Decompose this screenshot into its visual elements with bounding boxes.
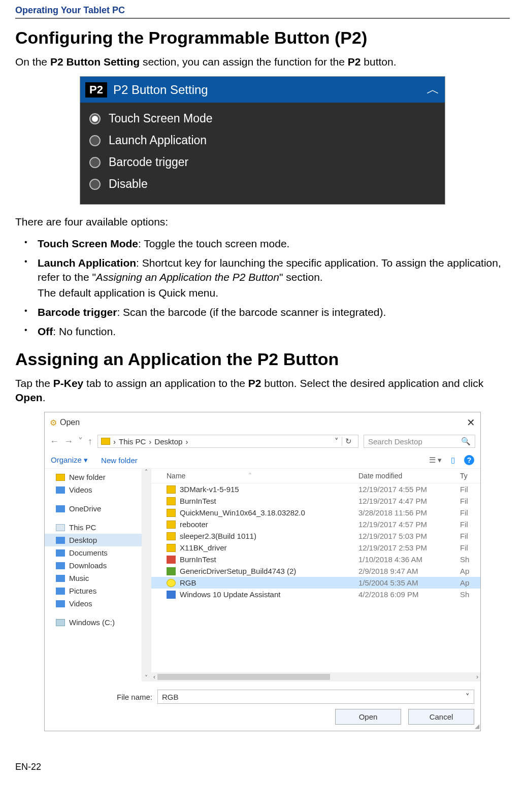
tree-item[interactable]: OneDrive <box>45 502 151 515</box>
radio-icon <box>89 113 101 124</box>
pc-icon <box>56 524 65 531</box>
folder-icon <box>167 509 176 517</box>
p2-panel-title: P2 Button Setting <box>113 83 208 97</box>
folder-icon <box>56 474 65 481</box>
up-icon[interactable]: ↑ <box>88 436 92 447</box>
crumb-item[interactable]: Desktop <box>154 437 182 446</box>
tree-item[interactable]: Videos <box>45 483 151 496</box>
sort-icon: ˄ <box>248 472 252 480</box>
p2-setting-panel: P2 P2 Button Setting ︿ Touch Screen Mode… <box>80 76 445 205</box>
radio-barcode-trigger[interactable]: Barcode trigger <box>87 151 438 173</box>
list-header: Name ˄ Date modified Ty <box>151 469 480 483</box>
list-item: Touch Screen Mode: Toggle the touch scre… <box>15 237 510 251</box>
blue-icon <box>56 588 65 595</box>
file-date: 12/19/2017 4:47 PM <box>358 497 460 505</box>
crumb-drop-icon[interactable]: ˅ <box>335 437 339 446</box>
table-row[interactable]: BurnInTest1/10/2018 4:36 AMSh <box>151 554 480 565</box>
folder-icon <box>167 485 176 494</box>
table-row[interactable]: Windows 10 Update Assistant4/2/2018 6:09… <box>151 589 480 600</box>
table-row[interactable]: QuickMenu_Win10x64_3.18.03282.03/28/2018… <box>151 507 480 518</box>
tree-item[interactable]: New folder <box>45 471 151 483</box>
close-icon[interactable]: ✕ <box>467 416 475 429</box>
filename-row: File name: RGB ˅ <box>45 681 480 709</box>
file-name: sleeper2.3(Build 1011) <box>180 532 256 540</box>
text: . <box>43 392 46 403</box>
tree-item[interactable]: This PC <box>45 521 151 534</box>
blue-icon <box>56 537 65 544</box>
p2-panel-header[interactable]: P2 P2 Button Setting ︿ <box>80 77 445 103</box>
tree-item[interactable]: Windows (C:) <box>45 616 151 629</box>
tree-item[interactable]: Documents <box>45 546 151 559</box>
page-header: Operating Your Tablet PC <box>15 5 510 19</box>
scroll-left-icon[interactable]: ‹ <box>153 673 155 680</box>
dialog-titlebar: ⚙ Open ✕ <box>45 412 480 433</box>
table-row[interactable]: X11BK_driver12/19/2017 2:53 PMFil <box>151 542 480 554</box>
file-list: Name ˄ Date modified Ty 3DMark-v1-5-9151… <box>151 469 480 681</box>
cancel-button[interactable]: Cancel <box>408 709 474 725</box>
table-row[interactable]: 3DMark-v1-5-91512/19/2017 4:55 PMFil <box>151 483 480 495</box>
file-type: Fil <box>460 497 480 505</box>
radio-disable[interactable]: Disable <box>87 173 438 195</box>
horizontal-scrollbar[interactable]: ‹ › <box>151 672 480 681</box>
table-row[interactable]: BurnInTest12/19/2017 4:47 PMFil <box>151 495 480 507</box>
scroll-thumb[interactable] <box>157 674 330 680</box>
help-icon[interactable]: ? <box>464 455 474 465</box>
open-button[interactable]: Open <box>335 709 401 725</box>
file-type: Sh <box>460 555 480 564</box>
tree-item[interactable]: Downloads <box>45 559 151 572</box>
crumb-item[interactable]: This PC <box>119 437 146 446</box>
red-icon <box>167 556 176 564</box>
file-name: GenericDriverSetup_Build4743 (2) <box>180 567 296 575</box>
tree-item[interactable]: Music <box>45 572 151 584</box>
text: section, you can assign the function for… <box>140 56 348 68</box>
forward-icon[interactable]: → <box>64 436 73 447</box>
col-name[interactable]: Name ˄ <box>151 472 358 480</box>
tree-item[interactable]: Videos <box>45 597 151 610</box>
tree-item-label: OneDrive <box>69 504 101 513</box>
text: button. <box>360 56 396 68</box>
tree-item[interactable]: Desktop <box>45 534 151 546</box>
search-input[interactable]: Search Desktop 🔍 <box>364 435 475 448</box>
file-date: 12/19/2017 2:53 PM <box>358 543 460 552</box>
radio-touch-screen-mode[interactable]: Touch Screen Mode <box>87 108 438 129</box>
new-folder-button[interactable]: New folder <box>101 456 138 465</box>
table-row[interactable]: sleeper2.3(Build 1011)12/19/2017 5:03 PM… <box>151 530 480 542</box>
file-name: RGB <box>180 578 196 587</box>
flag-icon <box>167 591 176 599</box>
resize-grip-icon[interactable]: ◢ <box>475 723 479 730</box>
table-row[interactable]: rebooter12/19/2017 4:57 PMFil <box>151 518 480 530</box>
file-name: rebooter <box>180 520 208 529</box>
radio-launch-application[interactable]: Launch Application <box>87 129 438 151</box>
recent-icon[interactable]: ˅ <box>78 436 83 447</box>
tree-item[interactable]: Pictures <box>45 584 151 597</box>
text: : Scan the barcode (if the barcode scann… <box>117 306 386 318</box>
bold: P2 Button Setting <box>50 56 140 68</box>
tree-scrollbar[interactable]: ˄ ˅ <box>142 469 151 681</box>
scroll-up-icon[interactable]: ˄ <box>145 469 148 476</box>
collapse-icon[interactable]: ︿ <box>426 81 440 99</box>
preview-icon[interactable]: ▯ <box>451 456 455 465</box>
bold: P2 <box>248 377 261 389</box>
file-type: Fil <box>460 532 480 540</box>
paragraph-1: On the P2 Button Setting section, you ca… <box>15 55 510 69</box>
blue-icon <box>56 486 65 494</box>
scroll-down-icon[interactable]: ˅ <box>145 674 148 681</box>
breadcrumb[interactable]: › This PC › Desktop › ˅ ↻ <box>97 435 358 448</box>
col-date[interactable]: Date modified <box>358 472 460 480</box>
col-type[interactable]: Ty <box>460 472 480 480</box>
refresh-icon[interactable]: ↻ <box>342 437 355 446</box>
view-icon[interactable]: ☰ ▾ <box>429 456 442 465</box>
tree-item-label: This PC <box>69 523 96 532</box>
back-icon[interactable]: ← <box>50 436 59 447</box>
crumb-sep: › <box>149 437 151 446</box>
scroll-right-icon[interactable]: › <box>476 673 478 680</box>
file-name: Windows 10 Update Assistant <box>180 590 280 599</box>
table-row[interactable]: RGB1/5/2004 5:35 AMAp <box>151 577 480 589</box>
filename-input[interactable]: RGB ˅ <box>157 690 474 704</box>
chevron-down-icon[interactable]: ˅ <box>466 692 470 701</box>
file-date: 3/28/2018 11:56 PM <box>358 508 460 517</box>
tree-item-label: Pictures <box>69 587 96 595</box>
filename-value: RGB <box>162 693 179 701</box>
organize-button[interactable]: Organize ▾ <box>51 456 88 465</box>
table-row[interactable]: GenericDriverSetup_Build4743 (2)2/9/2018… <box>151 565 480 577</box>
